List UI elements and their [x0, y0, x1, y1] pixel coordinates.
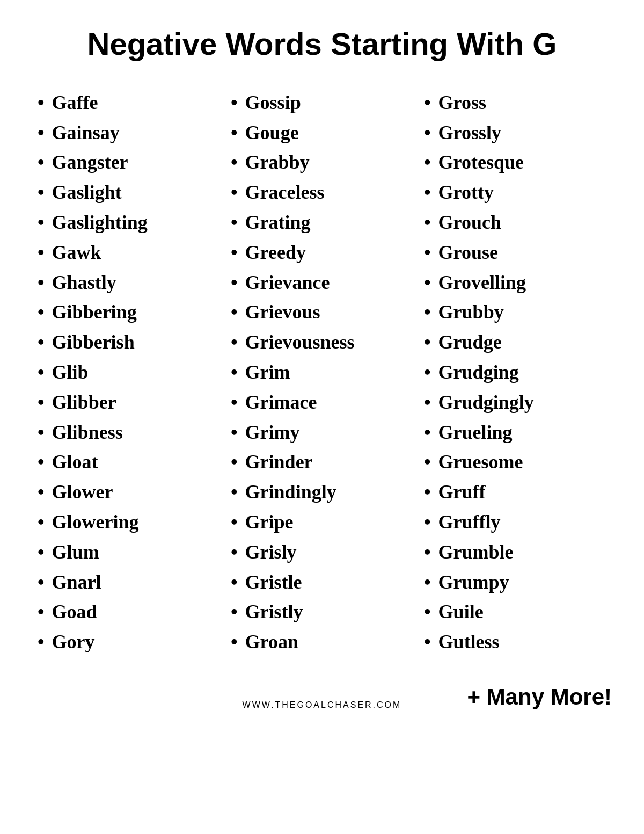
list-item: Grievousness: [231, 328, 413, 358]
list-item: Gouge: [231, 118, 413, 148]
list-item: Grotesque: [424, 148, 606, 178]
list-item: Grumble: [424, 538, 606, 568]
list-item: Gangster: [38, 148, 220, 178]
word-list-1: GaffeGainsayGangsterGaslightGaslightingG…: [38, 88, 220, 657]
list-item: Grinder: [231, 447, 413, 477]
list-item: Grotty: [424, 178, 606, 208]
list-item: Guile: [424, 597, 606, 627]
list-item: Grudge: [424, 328, 606, 358]
column-3: GrossGrosslyGrotesqueGrottyGrouchGrouseG…: [419, 88, 612, 657]
list-item: Grim: [231, 358, 413, 388]
word-list-2: GossipGougeGrabbyGracelessGratingGreedyG…: [231, 88, 413, 657]
list-item: Grisly: [231, 538, 413, 568]
list-item: Grudging: [424, 358, 606, 388]
list-item: Gainsay: [38, 118, 220, 148]
list-item: Gaffe: [38, 88, 220, 118]
list-item: Gaslighting: [38, 208, 220, 238]
list-item: Gristle: [231, 568, 413, 598]
footer: WWW.THEGOALCHASER.COM + Many More!: [32, 679, 612, 710]
list-item: Grindingly: [231, 477, 413, 507]
list-item: Glib: [38, 358, 220, 388]
list-item: Gruffly: [424, 507, 606, 538]
footer-more: + Many More!: [467, 684, 612, 710]
list-item: Grouse: [424, 238, 606, 268]
list-item: Glower: [38, 477, 220, 507]
list-item: Glum: [38, 538, 220, 568]
list-item: Gossip: [231, 88, 413, 118]
list-item: Grumpy: [424, 568, 606, 598]
list-item: Gruesome: [424, 447, 606, 477]
list-item: Ghastly: [38, 268, 220, 298]
list-item: Grubby: [424, 298, 606, 328]
word-list-3: GrossGrosslyGrotesqueGrottyGrouchGrouseG…: [424, 88, 606, 657]
list-item: Gloat: [38, 447, 220, 477]
list-item: Gutless: [424, 627, 606, 657]
list-item: Grueling: [424, 418, 606, 448]
list-item: Glibber: [38, 388, 220, 418]
list-item: Graceless: [231, 178, 413, 208]
list-item: Gaslight: [38, 178, 220, 208]
list-item: Gibberish: [38, 328, 220, 358]
list-item: Gory: [38, 627, 220, 657]
list-item: Gawk: [38, 238, 220, 268]
list-item: Grievance: [231, 268, 413, 298]
list-item: Grudgingly: [424, 388, 606, 418]
list-item: Grievous: [231, 298, 413, 328]
list-item: Grimy: [231, 418, 413, 448]
list-item: Grossly: [424, 118, 606, 148]
list-item: Gross: [424, 88, 606, 118]
list-item: Gruff: [424, 477, 606, 507]
footer-website: WWW.THEGOALCHASER.COM: [225, 700, 419, 710]
column-2: GossipGougeGrabbyGracelessGratingGreedyG…: [225, 88, 419, 657]
list-item: Glibness: [38, 418, 220, 448]
list-item: Gristly: [231, 597, 413, 627]
word-columns: GaffeGainsayGangsterGaslightGaslightingG…: [32, 88, 612, 657]
column-1: GaffeGainsayGangsterGaslightGaslightingG…: [32, 88, 225, 657]
list-item: Goad: [38, 597, 220, 627]
list-item: Gibbering: [38, 298, 220, 328]
list-item: Gnarl: [38, 568, 220, 598]
list-item: Grabby: [231, 148, 413, 178]
list-item: Grimace: [231, 388, 413, 418]
list-item: Gripe: [231, 507, 413, 538]
list-item: Groan: [231, 627, 413, 657]
page-title: Negative Words Starting With G: [32, 27, 612, 61]
list-item: Grovelling: [424, 268, 606, 298]
list-item: Greedy: [231, 238, 413, 268]
list-item: Grouch: [424, 208, 606, 238]
list-item: Glowering: [38, 507, 220, 538]
list-item: Grating: [231, 208, 413, 238]
